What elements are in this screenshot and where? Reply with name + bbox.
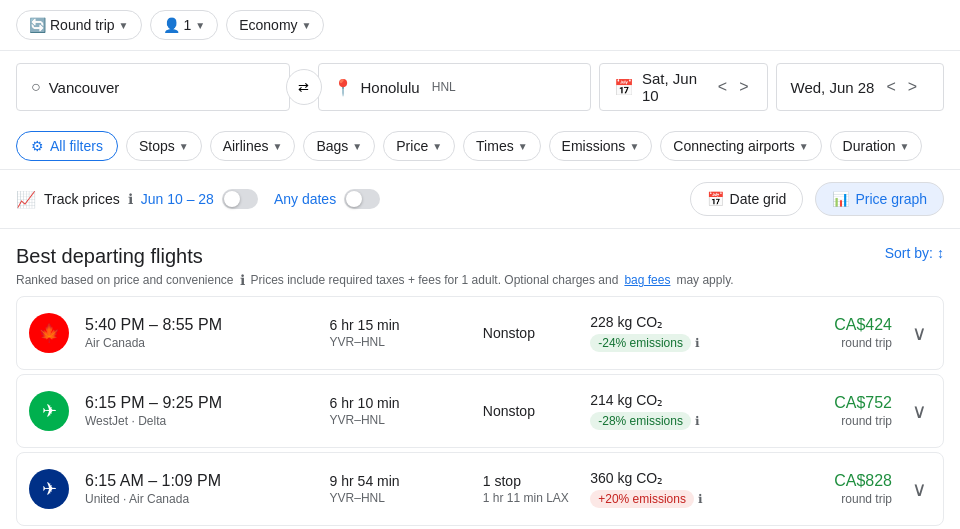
sort-by-button[interactable]: Sort by: ↕: [885, 245, 944, 261]
flight-price-col-3: CA$828 round trip: [778, 472, 892, 506]
date-grid-icon: 📅: [707, 191, 724, 207]
emission-info-2[interactable]: ℹ: [695, 414, 700, 428]
flight-times-3: 6:15 AM – 1:09 PM: [85, 472, 314, 490]
flight-emission-col-1: 228 kg CO₂ -24% emissions ℹ: [590, 314, 761, 352]
flight-list: 🍁 5:40 PM – 8:55 PM Air Canada 6 hr 15 m…: [0, 292, 960, 529]
price-chevron: ▼: [432, 141, 442, 152]
duration-label: Duration: [843, 138, 896, 154]
track-toggle[interactable]: [222, 189, 258, 209]
passengers-chevron: ▼: [195, 20, 205, 31]
bag-fees-link[interactable]: bag fees: [624, 273, 670, 287]
ac-logo-icon: 🍁: [38, 322, 60, 344]
table-row[interactable]: ✈ 6:15 AM – 1:09 PM United · Air Canada …: [16, 452, 944, 526]
passengers-label: 1: [184, 17, 192, 33]
track-prices-icon: 📈: [16, 190, 36, 209]
passengers-button[interactable]: 👤 1 ▼: [150, 10, 219, 40]
return-date-input[interactable]: Wed, Jun 28 < >: [776, 63, 945, 111]
sort-by-label: Sort by:: [885, 245, 933, 261]
flight-price-2: CA$752: [778, 394, 892, 412]
price-graph-button[interactable]: 📊 Price graph: [815, 182, 944, 216]
return-date: Wed, Jun 28: [791, 79, 875, 96]
flight-duration-col-2: 6 hr 10 min YVR–HNL: [330, 395, 467, 427]
flight-times-1: 5:40 PM – 8:55 PM: [85, 316, 314, 334]
trip-type-button[interactable]: 🔄 Round trip ▼: [16, 10, 142, 40]
all-filters-button[interactable]: ⚙ All filters: [16, 131, 118, 161]
price-note: Prices include required taxes + fees for…: [251, 273, 619, 287]
filter-times[interactable]: Times ▼: [463, 131, 541, 161]
date2-prev[interactable]: <: [882, 76, 899, 98]
filter-bags[interactable]: Bags ▼: [303, 131, 375, 161]
date2-next[interactable]: >: [904, 76, 921, 98]
sort-icon: ↕: [937, 245, 944, 261]
date1-prev[interactable]: <: [714, 76, 731, 98]
filter-stops[interactable]: Stops ▼: [126, 131, 202, 161]
emission-badge-2: -28% emissions: [590, 412, 691, 430]
top-bar: 🔄 Round trip ▼ 👤 1 ▼ Economy ▼: [0, 0, 960, 51]
flight-airline-1: Air Canada: [85, 336, 314, 350]
table-row[interactable]: ✈ 6:15 PM – 9:25 PM WestJet · Delta 6 hr…: [16, 374, 944, 448]
filter-price[interactable]: Price ▼: [383, 131, 455, 161]
airline-logo-ac: 🍁: [29, 313, 69, 353]
flight-co2-2: 214 kg CO₂: [590, 392, 761, 408]
flight-stop-detail-3: 1 hr 11 min LAX: [483, 491, 574, 505]
flight-price-label-2: round trip: [778, 414, 892, 428]
times-label: Times: [476, 138, 514, 154]
track-right: 📅 Date grid 📊 Price graph: [690, 182, 944, 216]
may-apply: may apply.: [676, 273, 733, 287]
any-dates-toggle[interactable]: [344, 189, 380, 209]
origin-dest-container: ○ Vancouver ⇄ 📍 Honolulu HNL: [16, 63, 591, 111]
airline-logo-ua: ✈: [29, 469, 69, 509]
flight-co2-3: 360 kg CO₂: [590, 470, 761, 486]
flight-route-2: YVR–HNL: [330, 413, 467, 427]
track-dates: Jun 10 – 28: [141, 191, 214, 207]
emission-info-1[interactable]: ℹ: [695, 336, 700, 350]
airlines-label: Airlines: [223, 138, 269, 154]
table-row[interactable]: 🍁 5:40 PM – 8:55 PM Air Canada 6 hr 15 m…: [16, 296, 944, 370]
depart-date-input[interactable]: 📅 Sat, Jun 10 < >: [599, 63, 768, 111]
date1-next[interactable]: >: [735, 76, 752, 98]
emissions-chevron: ▼: [629, 141, 639, 152]
date-inputs: 📅 Sat, Jun 10 < > Wed, Jun 28 < >: [599, 63, 944, 111]
price-graph-label: Price graph: [855, 191, 927, 207]
swap-icon: ⇄: [298, 80, 309, 95]
stops-chevron: ▼: [179, 141, 189, 152]
track-info-icon[interactable]: ℹ: [128, 191, 133, 207]
filter-airlines[interactable]: Airlines ▼: [210, 131, 296, 161]
filters-icon: ⚙: [31, 138, 44, 154]
any-dates-label: Any dates: [274, 191, 336, 207]
swap-button[interactable]: ⇄: [286, 69, 322, 105]
flight-stops-1: Nonstop: [483, 325, 574, 341]
filter-duration[interactable]: Duration ▼: [830, 131, 923, 161]
filter-emissions[interactable]: Emissions ▼: [549, 131, 653, 161]
flight-stops-3: 1 stop: [483, 473, 574, 489]
header-row: Best departing flights Ranked based on p…: [16, 245, 944, 288]
flight-emission-col-2: 214 kg CO₂ -28% emissions ℹ: [590, 392, 761, 430]
flight-stops-col-1: Nonstop: [483, 325, 574, 341]
cabin-chevron: ▼: [302, 20, 312, 31]
filter-connecting-airports[interactable]: Connecting airports ▼: [660, 131, 821, 161]
subtitle-ranked: Ranked based on price and convenience: [16, 273, 234, 287]
flight-stops-2: Nonstop: [483, 403, 574, 419]
trip-type-chevron: ▼: [119, 20, 129, 31]
origin-input[interactable]: ○ Vancouver: [16, 63, 290, 111]
all-filters-label: All filters: [50, 138, 103, 154]
expand-button-1[interactable]: ∨: [908, 317, 931, 349]
date-grid-button[interactable]: 📅 Date grid: [690, 182, 804, 216]
expand-button-2[interactable]: ∨: [908, 395, 931, 427]
flights-subtitle: Ranked based on price and convenience ℹ …: [16, 272, 885, 288]
flight-duration-col-1: 6 hr 15 min YVR–HNL: [330, 317, 467, 349]
destination-input[interactable]: 📍 Honolulu HNL: [318, 63, 592, 111]
expand-button-3[interactable]: ∨: [908, 473, 931, 505]
header-text: Best departing flights Ranked based on p…: [16, 245, 885, 288]
subtitle-info-icon[interactable]: ℹ: [240, 272, 245, 288]
emission-info-3[interactable]: ℹ: [698, 492, 703, 506]
flight-time-col-1: 5:40 PM – 8:55 PM Air Canada: [85, 316, 314, 350]
cabin-button[interactable]: Economy ▼: [226, 10, 324, 40]
track-prices-label: Track prices: [44, 191, 120, 207]
round-trip-icon: 🔄: [29, 17, 46, 33]
flight-price-col-1: CA$424 round trip: [778, 316, 892, 350]
emissions-label: Emissions: [562, 138, 626, 154]
dest-value: Honolulu: [361, 79, 420, 96]
search-bar: ○ Vancouver ⇄ 📍 Honolulu HNL 📅 Sat, Jun …: [0, 51, 960, 123]
emission-badge-1: -24% emissions: [590, 334, 691, 352]
